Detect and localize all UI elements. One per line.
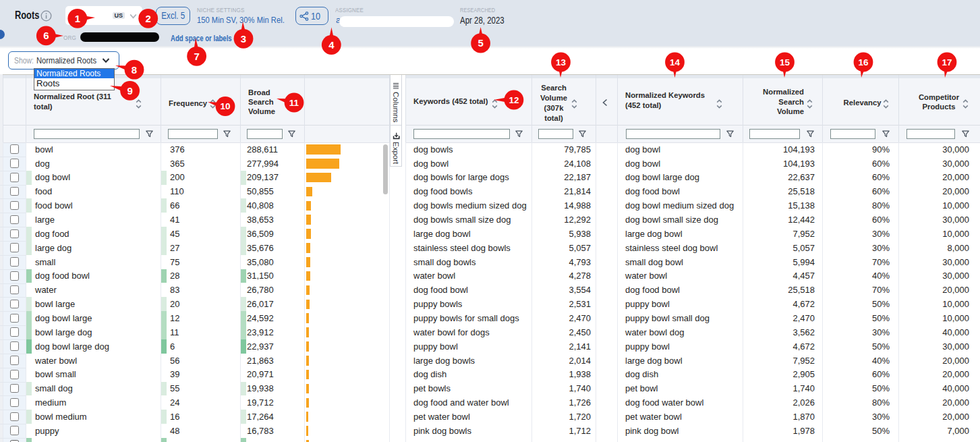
svg-text:15: 15 — [780, 57, 790, 67]
svg-text:1: 1 — [75, 13, 80, 24]
svg-text:6: 6 — [43, 30, 49, 41]
svg-text:7: 7 — [194, 51, 199, 62]
svg-text:8: 8 — [132, 64, 137, 76]
svg-text:17: 17 — [942, 57, 952, 67]
svg-text:11: 11 — [289, 98, 299, 108]
svg-text:14: 14 — [670, 57, 681, 67]
svg-text:10: 10 — [220, 101, 230, 111]
svg-text:4: 4 — [328, 39, 335, 51]
svg-text:9: 9 — [127, 85, 132, 96]
svg-text:2: 2 — [146, 13, 151, 24]
svg-text:3: 3 — [241, 33, 246, 45]
svg-text:13: 13 — [556, 57, 567, 67]
svg-text:16: 16 — [858, 57, 869, 67]
svg-text:5: 5 — [478, 37, 483, 49]
svg-text:12: 12 — [509, 95, 519, 105]
